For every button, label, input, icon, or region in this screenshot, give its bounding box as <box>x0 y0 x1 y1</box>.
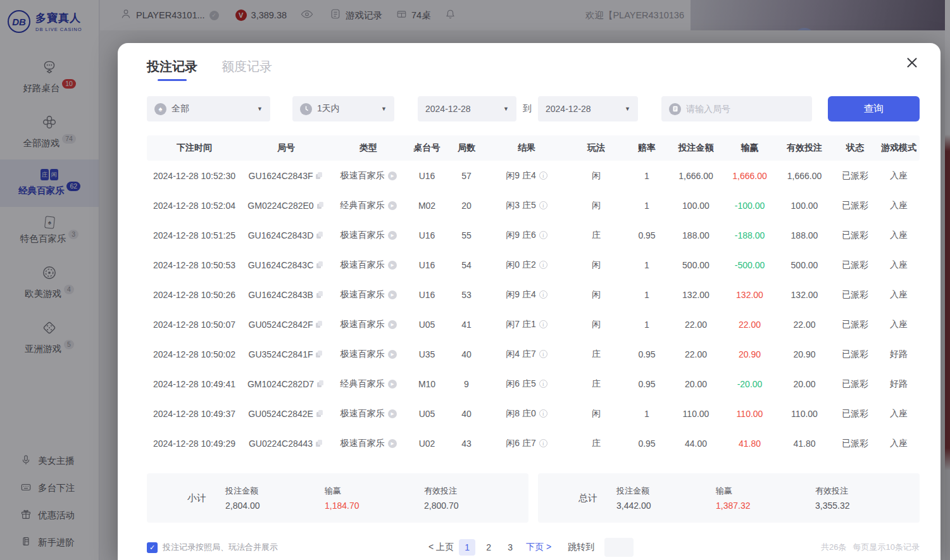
header-status: 状态 <box>832 142 878 154</box>
copy-icon[interactable] <box>316 172 323 180</box>
cell-status: 已派彩 <box>832 319 878 330</box>
category-select[interactable]: ♠ 全部 ▼ <box>147 96 270 121</box>
close-icon[interactable] <box>904 54 920 71</box>
cell-result: 闲9 庄4i <box>485 170 568 182</box>
info-icon[interactable]: i <box>539 439 547 447</box>
cell-round-id: GU0524C2842F <box>242 320 330 330</box>
search-button[interactable]: 查询 <box>828 96 920 121</box>
table-body: 2024-12-28 10:52:30 GU1624C2843F 极速百家乐▶ … <box>147 161 920 458</box>
date-from-select[interactable]: 2024-12-28 ▼ <box>418 96 516 121</box>
info-icon[interactable]: i <box>539 201 547 209</box>
play-icon[interactable]: ▶ <box>388 409 397 418</box>
info-icon[interactable]: i <box>539 409 547 418</box>
cell-bet-amount: 132.00 <box>669 290 723 300</box>
play-icon[interactable]: ▶ <box>388 439 397 448</box>
play-icon[interactable]: ▶ <box>388 290 397 299</box>
cell-bet-time: 2024-12-28 10:52:30 <box>147 171 242 181</box>
cell-odds: 1 <box>625 290 669 300</box>
copy-icon[interactable] <box>316 291 324 299</box>
info-icon[interactable]: i <box>539 350 547 358</box>
copy-icon[interactable] <box>316 321 323 328</box>
modal-tabs: 投注记录 额度记录 <box>147 58 920 81</box>
table-row[interactable]: 2024-12-28 10:49:29 GU0224C28443 极速百家乐▶ … <box>147 428 920 458</box>
play-icon[interactable]: ▶ <box>388 380 397 389</box>
cell-game-mode: 入座 <box>878 170 920 182</box>
table-row[interactable]: 2024-12-28 10:50:07 GU0524C2842F 极速百家乐▶ … <box>147 309 920 339</box>
chevron-down-icon: ▼ <box>381 106 387 112</box>
info-icon[interactable]: i <box>539 231 547 239</box>
cell-table-no: U05 <box>406 320 447 330</box>
tab-quota-records[interactable]: 额度记录 <box>222 58 272 81</box>
table-row[interactable]: 2024-12-28 10:51:25 GU1624C2843D 极速百家乐▶ … <box>147 220 920 250</box>
cell-result: 闲6 庄5i <box>485 378 568 390</box>
play-icon[interactable]: ▶ <box>388 261 397 270</box>
copy-icon[interactable] <box>317 380 325 388</box>
table-row[interactable]: 2024-12-28 10:50:26 GU1624C2843B 极速百家乐▶ … <box>147 280 920 309</box>
merge-records-checkbox[interactable]: ✓ <box>147 542 158 553</box>
cell-game-mode: 好路 <box>878 349 920 360</box>
cell-play: 庄 <box>568 378 625 390</box>
play-icon[interactable]: ▶ <box>388 231 397 240</box>
copy-icon[interactable] <box>316 351 323 358</box>
play-icon[interactable]: ▶ <box>388 350 397 359</box>
filter-bar: ♠ 全部 ▼ 1天内 ▼ 2024-12-28 ▼ 到 2024-12-28 ▼… <box>147 96 920 121</box>
info-icon[interactable]: i <box>539 290 547 299</box>
prev-page-button[interactable]: < 上页 <box>428 542 454 553</box>
play-icon[interactable]: ▶ <box>388 320 397 329</box>
cell-valid-bet: 188.00 <box>777 230 832 240</box>
jump-to-label: 跳转到 <box>568 542 594 553</box>
page-button-1[interactable]: 1 <box>459 539 475 556</box>
copy-icon[interactable] <box>316 440 323 447</box>
cell-table-no: M10 <box>406 379 447 389</box>
cell-bet-amount: 44.00 <box>669 439 723 449</box>
cell-type: 极速百家乐▶ <box>330 408 406 420</box>
table-row[interactable]: 2024-12-28 10:52:04 GM0224C282E0 经典百家乐▶ … <box>147 190 920 220</box>
table-row[interactable]: 2024-12-28 10:50:02 GU3524C2841F 极速百家乐▶ … <box>147 339 920 369</box>
cell-play: 闲 <box>568 408 625 420</box>
copy-icon[interactable] <box>316 261 324 269</box>
round-number-input[interactable] <box>686 104 804 114</box>
copy-icon[interactable] <box>316 410 324 418</box>
table-row[interactable]: 2024-12-28 10:50:53 GU1624C2843C 极速百家乐▶ … <box>147 250 920 280</box>
subtotal-card: 小计 投注金额 2,804.00 输赢 1,184.70 有效投注 2,800.… <box>147 473 528 523</box>
copy-icon[interactable] <box>317 202 325 209</box>
header-win-loss: 输赢 <box>723 142 777 154</box>
cell-result: 闲4 庄7i <box>485 349 568 360</box>
cell-valid-bet: 20.90 <box>777 349 832 359</box>
cell-bet-time: 2024-12-28 10:49:37 <box>147 409 242 419</box>
next-page-button[interactable]: 下页 > <box>526 542 551 553</box>
cell-bet-amount: 188.00 <box>669 230 723 240</box>
cell-table-no: U02 <box>406 439 447 449</box>
cell-status: 已派彩 <box>832 230 878 241</box>
cell-status: 已派彩 <box>832 408 878 420</box>
tab-betting-records[interactable]: 投注记录 <box>147 58 197 81</box>
period-select[interactable]: 1天内 ▼ <box>292 96 394 121</box>
date-to-select[interactable]: 2024-12-28 ▼ <box>538 96 638 121</box>
play-icon[interactable]: ▶ <box>388 201 397 210</box>
page-button-3[interactable]: 3 <box>502 539 518 556</box>
total-label: 总计 <box>578 492 616 504</box>
table-row[interactable]: 2024-12-28 10:52:30 GU1624C2843F 极速百家乐▶ … <box>147 161 920 190</box>
page-scrollbar[interactable] <box>945 0 950 560</box>
cell-round-no: 9 <box>447 379 485 389</box>
play-icon[interactable]: ▶ <box>388 171 397 180</box>
round-number-field[interactable] <box>661 96 812 121</box>
table-row[interactable]: 2024-12-28 10:49:37 GU0524C2842E 极速百家乐▶ … <box>147 399 920 428</box>
chevron-down-icon: ▼ <box>257 106 263 112</box>
cell-win-loss: 132.00 <box>723 290 777 300</box>
info-icon[interactable]: i <box>539 171 547 180</box>
copy-icon[interactable] <box>316 232 324 239</box>
info-icon[interactable]: i <box>539 320 547 328</box>
cell-game-mode: 入座 <box>878 408 920 420</box>
jump-to-input[interactable] <box>604 538 634 557</box>
cell-status: 已派彩 <box>832 170 878 182</box>
info-icon[interactable]: i <box>539 261 547 269</box>
table-row[interactable]: 2024-12-28 10:49:41 GM1024C282D7 经典百家乐▶ … <box>147 369 920 399</box>
cell-play: 闲 <box>568 170 625 182</box>
page-button-2[interactable]: 2 <box>480 539 497 556</box>
info-icon[interactable]: i <box>539 380 547 388</box>
cell-type: 经典百家乐▶ <box>330 378 406 390</box>
cell-bet-amount: 22.00 <box>669 320 723 330</box>
cell-type: 极速百家乐▶ <box>330 170 406 182</box>
cell-bet-time: 2024-12-28 10:50:07 <box>147 320 242 330</box>
